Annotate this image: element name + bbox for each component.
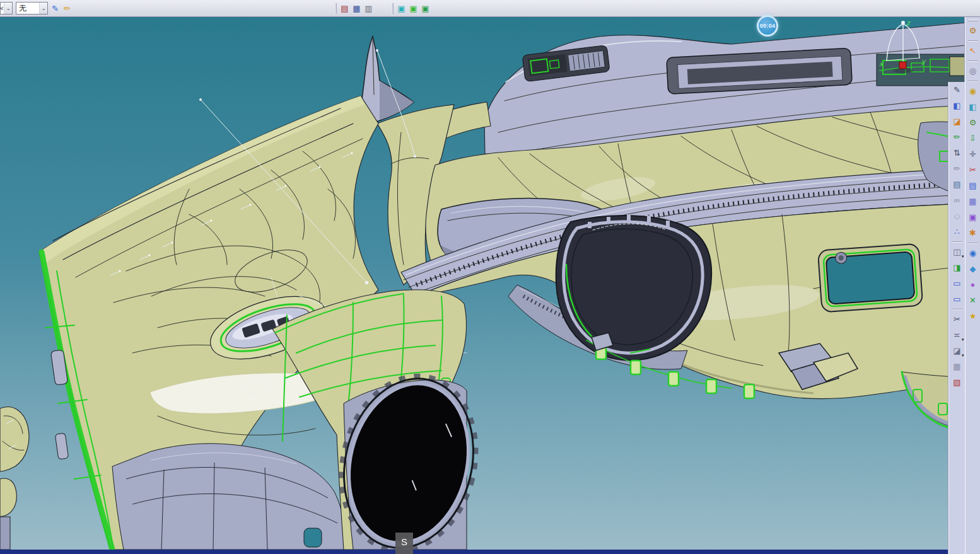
window-stack-glyph: ▦ — [969, 197, 976, 206]
hatch-grid-icon[interactable]: ▦ — [951, 360, 964, 373]
toolbar-handle[interactable] — [335, 3, 337, 14]
expand-caret-icon[interactable]: ▾ — [962, 254, 964, 258]
exchange-arrows-icon[interactable]: ✕ — [967, 294, 979, 307]
toolbar-separator — [952, 309, 962, 309]
link-chain-glyph: ∞ — [954, 195, 960, 205]
exchange-arrows-glyph: ✕ — [969, 296, 976, 305]
bottom-edge-bar — [0, 550, 948, 554]
data-table-icon[interactable]: ▥ — [363, 2, 375, 15]
scissors-x-glyph: ✂ — [954, 315, 960, 324]
favorite-tool-glyph: ★ — [969, 311, 977, 321]
catalog-editor-glyph: ▦ — [353, 4, 360, 13]
settings-gears-icon[interactable]: ⚙ — [967, 24, 979, 37]
data-publish-icon[interactable]: ▣ — [419, 2, 431, 15]
expand-caret-icon[interactable]: ▾ — [962, 337, 964, 342]
gear-doc-icon[interactable]: ⚙ — [967, 116, 979, 129]
database-glyph: ▤ — [969, 181, 976, 190]
diamond-point-icon[interactable]: ◇ — [951, 209, 964, 222]
ruler-measure-icon[interactable]: ≍▾ — [951, 328, 964, 342]
data-table-glyph: ▥ — [365, 4, 372, 13]
right-toolbar-inner: ✎◧◪✏⇅✏▤∞◇∴◫▾◨▭▭✂≍▾◪▾▦▧ — [948, 82, 965, 554]
point-symbol-combo[interactable]: ✕ ⌄ — [0, 2, 13, 14]
view-box-glyph: ◫ — [953, 247, 960, 257]
color-cube-icon[interactable]: ◧ — [951, 99, 964, 112]
sphere-tool-icon[interactable]: ◉ — [967, 84, 979, 98]
pencil-edit-icon[interactable]: ✏ — [951, 162, 964, 175]
section-plane-glyph: ◪ — [953, 346, 960, 355]
recording-timer: 00:04 — [757, 15, 778, 37]
molecule-glyph: ∴ — [954, 227, 959, 236]
select-arrow-icon[interactable]: ↖ — [967, 44, 979, 57]
vehicle-tool-icon[interactable]: ◆ — [967, 262, 979, 275]
trim-cut-icon[interactable]: ✂ — [967, 163, 979, 176]
subtitle-badge: S — [395, 533, 413, 554]
section-plane-icon[interactable]: ◪▾ — [951, 344, 964, 357]
catalog-browser-glyph: ▤ — [341, 4, 348, 13]
doc-sphere-icon[interactable]: ◧ — [967, 100, 979, 113]
color-wheel-icon[interactable]: ✱ — [967, 226, 979, 239]
window-stack-icon[interactable]: ▦ — [967, 195, 979, 208]
catia-window: ✕ ⌄ 无 ⌄ ✎✏ ▤▦▥ ▣▣▣ — [0, 0, 980, 554]
chevron-down-icon[interactable]: ⌄ — [39, 3, 47, 14]
vehicle-tool-glyph: ◆ — [970, 264, 976, 274]
toolbar-separator — [968, 243, 978, 243]
data-toolbar: ▣▣▣ — [390, 1, 431, 16]
sphere-tool-glyph: ◉ — [969, 86, 976, 96]
layer-combo[interactable]: 无 ⌄ — [16, 2, 48, 14]
brush-green-icon[interactable]: ✏ — [951, 130, 964, 144]
toolbar-handle[interactable] — [392, 3, 394, 14]
mask-brush-glyph: ◨ — [953, 263, 960, 272]
data-extract-icon[interactable]: ▣ — [395, 2, 407, 15]
search-view-icon[interactable]: ◉ — [967, 246, 979, 260]
right-toolbar-outer: ⚙↖◎◉◧⚙⇩✚✂▤▦▣✱◉◆●✕★ — [965, 17, 980, 554]
catalog-browser-icon[interactable]: ▤ — [339, 2, 351, 15]
graphic-properties-brush-glyph: ✎ — [52, 4, 59, 13]
hatch-grid-glyph: ▦ — [953, 362, 960, 371]
diamond-point-glyph: ◇ — [954, 211, 960, 221]
toolbar-handle[interactable] — [968, 20, 978, 21]
viewport-3d[interactable]: z y x — [0, 17, 980, 550]
favorite-tool-icon[interactable]: ★ — [967, 309, 979, 323]
paint-fill-glyph: ◪ — [953, 117, 960, 126]
data-publish-glyph: ▣ — [421, 4, 429, 13]
gear-doc-glyph: ⚙ — [969, 118, 977, 127]
database-icon[interactable]: ▤ — [967, 179, 979, 192]
view-box-icon[interactable]: ◫▾ — [951, 245, 964, 258]
doc-b1-glyph: ▭ — [953, 279, 960, 288]
graphic-properties-toolbar: ✎✏ — [49, 1, 73, 16]
brush-green-glyph: ✏ — [954, 132, 960, 142]
print-tool-icon[interactable]: ▧ — [951, 376, 964, 389]
anchor-frame-glyph: ⇅ — [954, 148, 960, 158]
color-wheel-glyph: ✱ — [969, 228, 976, 238]
import-data-icon[interactable]: ⇩ — [967, 132, 979, 145]
wrench-tool-glyph: ✚ — [969, 149, 976, 159]
window-overlay-icon[interactable]: ▣ — [967, 211, 979, 224]
wrench-tool-icon[interactable]: ✚ — [967, 147, 979, 161]
toolbar-separator — [952, 241, 962, 242]
painter-pick-icon[interactable]: ✏ — [61, 2, 73, 15]
paint-fill-icon[interactable]: ◪ — [951, 115, 964, 128]
fly-mode-icon[interactable]: ◎ — [967, 64, 979, 78]
data-update-glyph: ▣ — [409, 4, 417, 13]
expand-caret-icon[interactable]: ▾ — [962, 353, 964, 357]
measure-pen-icon[interactable]: ✎ — [951, 83, 964, 96]
chevron-down-icon[interactable]: ⌄ — [4, 3, 12, 14]
catalog-editor-icon[interactable]: ▦ — [351, 2, 363, 15]
glove-opening[interactable] — [818, 244, 923, 313]
trim-cut-glyph: ✂ — [969, 165, 976, 175]
measure-pen-glyph: ✎ — [954, 85, 960, 95]
catalog-toolbar: ▤▦▥ — [333, 1, 375, 16]
doc-b2-icon[interactable]: ▭ — [951, 292, 964, 306]
link-chain-icon[interactable]: ∞ — [951, 193, 964, 207]
anchor-frame-icon[interactable]: ⇅ — [951, 146, 964, 159]
painter-pick-glyph: ✏ — [64, 4, 71, 13]
scissors-x-icon[interactable]: ✂ — [951, 313, 964, 326]
graphic-properties-brush-icon[interactable]: ✎ — [49, 2, 61, 15]
data-update-icon[interactable]: ▣ — [407, 2, 419, 15]
mask-brush-icon[interactable]: ◨ — [951, 261, 964, 274]
doc-b1-icon[interactable]: ▭ — [951, 277, 964, 290]
sculpt-tool-icon[interactable]: ● — [967, 278, 979, 291]
molecule-icon[interactable]: ∴ — [951, 225, 964, 238]
notebook-icon[interactable]: ▤ — [951, 178, 964, 191]
notebook-glyph: ▤ — [953, 180, 960, 189]
